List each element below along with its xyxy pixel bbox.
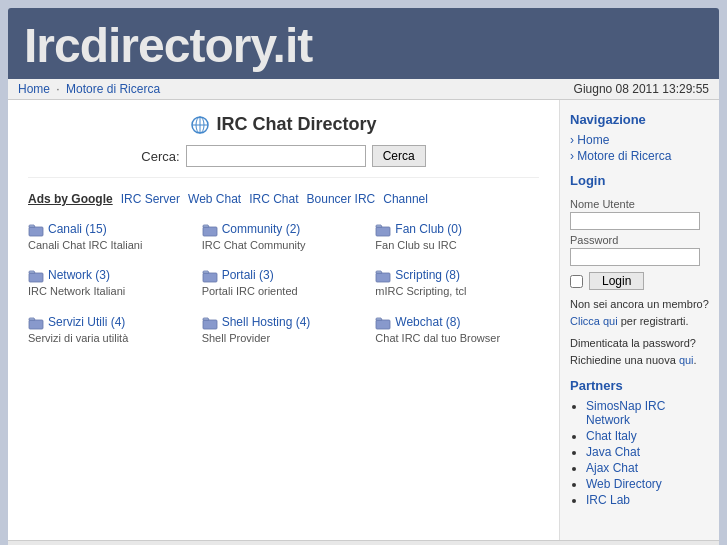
- search-label: Cerca:: [141, 149, 179, 164]
- login-section-title: Login: [570, 173, 709, 188]
- category-link[interactable]: Scripting (8): [395, 268, 460, 282]
- svg-rect-4: [29, 227, 43, 236]
- search-button[interactable]: Cerca: [372, 145, 426, 167]
- nav-bar: Home · Motore di Ricerca Giugno 08 2011 …: [8, 79, 719, 100]
- partner-item: Java Chat: [586, 445, 709, 459]
- nav-search-link[interactable]: Motore di Ricerca: [66, 82, 160, 96]
- sidebar: Navigazione Home Motore di Ricerca Login…: [559, 100, 719, 540]
- category-link[interactable]: Fan Club (0): [395, 222, 462, 236]
- folder-icon: [28, 223, 44, 235]
- svg-rect-5: [203, 227, 217, 236]
- partner-item: Chat Italy: [586, 429, 709, 443]
- partner-item: Ajax Chat: [586, 461, 709, 475]
- svg-rect-12: [376, 320, 390, 329]
- partner-link[interactable]: Ajax Chat: [586, 461, 638, 475]
- ads-link-1[interactable]: Web Chat: [188, 192, 241, 206]
- category-link[interactable]: Shell Hosting (4): [222, 315, 311, 329]
- category-link[interactable]: Servizi Utili (4): [48, 315, 125, 329]
- partners-title: Partners: [570, 378, 709, 393]
- ads-link-4[interactable]: Channel: [383, 192, 428, 206]
- folder-icon: [375, 269, 391, 281]
- category-description: Canali Chat IRC Italiani: [28, 238, 192, 252]
- nav-section-title: Navigazione: [570, 112, 709, 127]
- category-item: Network (3) IRC Network Italiani: [28, 268, 192, 298]
- sidebar-link-home[interactable]: Home: [570, 133, 709, 147]
- categories-grid: Canali (15) Canali Chat IRC Italiani Com…: [28, 222, 539, 345]
- site-title: Ircdirectory.it: [24, 18, 703, 73]
- login-section: Nome Utente Password Login: [570, 198, 709, 290]
- breadcrumb: Home · Motore di Ricerca: [18, 82, 160, 96]
- category-description: Servizi di varia utilità: [28, 331, 192, 345]
- category-link[interactable]: Canali (15): [48, 222, 107, 236]
- partner-link[interactable]: Java Chat: [586, 445, 640, 459]
- forgot-text: Dimenticata la password? Richiedine una …: [570, 335, 709, 368]
- partner-item: IRC Lab: [586, 493, 709, 507]
- search-input[interactable]: [186, 145, 366, 167]
- category-item: Servizi Utili (4) Servizi di varia utili…: [28, 315, 192, 345]
- partner-item: SimosNap IRC Network: [586, 399, 709, 427]
- category-description: Shell Provider: [202, 331, 366, 345]
- category-item: Shell Hosting (4) Shell Provider: [202, 315, 366, 345]
- folder-icon: [28, 316, 44, 328]
- folder-icon: [202, 223, 218, 235]
- nav-separator: ·: [56, 82, 59, 96]
- category-link[interactable]: Community (2): [222, 222, 301, 236]
- password-label: Password: [570, 234, 709, 246]
- category-item: Canali (15) Canali Chat IRC Italiani: [28, 222, 192, 252]
- register-text: Non sei ancora un membro? Clicca qui per…: [570, 296, 709, 329]
- category-description: Fan Club su IRC: [375, 238, 539, 252]
- sidebar-nav: Home Motore di Ricerca: [570, 133, 709, 163]
- svg-rect-6: [376, 227, 390, 236]
- partner-link[interactable]: Web Directory: [586, 477, 662, 491]
- main-content: IRC Chat Directory Cerca: Cerca Ads by G…: [8, 100, 559, 540]
- ads-label: Ads by Google: [28, 192, 113, 206]
- password-input[interactable]: [570, 248, 700, 266]
- category-item: Scripting (8) mIRC Scripting, tcl: [375, 268, 539, 298]
- ads-section: Ads by Google IRC Server Web Chat IRC Ch…: [28, 192, 539, 212]
- username-label: Nome Utente: [570, 198, 709, 210]
- folder-icon: [202, 316, 218, 328]
- category-link[interactable]: Webchat (8): [395, 315, 460, 329]
- svg-rect-11: [203, 320, 217, 329]
- category-description: mIRC Scripting, tcl: [375, 284, 539, 298]
- category-description: IRC Network Italiani: [28, 284, 192, 298]
- datetime-display: Giugno 08 2011 13:29:55: [574, 82, 709, 96]
- folder-icon: [28, 269, 44, 281]
- folder-icon: [375, 223, 391, 235]
- svg-rect-8: [203, 273, 217, 282]
- partner-item: Web Directory: [586, 477, 709, 491]
- page-title: IRC Chat Directory: [28, 114, 539, 135]
- partner-link[interactable]: IRC Lab: [586, 493, 630, 507]
- category-link[interactable]: Portali (3): [222, 268, 274, 282]
- content-area: IRC Chat Directory Cerca: Cerca Ads by G…: [8, 100, 719, 540]
- svg-rect-9: [376, 273, 390, 282]
- footer: Copyright © 2006: [8, 540, 719, 545]
- forgot-link[interactable]: qui: [679, 354, 694, 366]
- sidebar-link-search[interactable]: Motore di Ricerca: [570, 149, 709, 163]
- register-link[interactable]: Clicca qui: [570, 315, 618, 327]
- search-section: IRC Chat Directory Cerca: Cerca: [28, 114, 539, 178]
- remember-checkbox[interactable]: [570, 275, 583, 288]
- category-item: Fan Club (0) Fan Club su IRC: [375, 222, 539, 252]
- partner-link[interactable]: SimosNap IRC Network: [586, 399, 665, 427]
- category-description: Chat IRC dal tuo Browser: [375, 331, 539, 345]
- svg-rect-10: [29, 320, 43, 329]
- ads-link-3[interactable]: Bouncer IRC: [307, 192, 376, 206]
- folder-icon: [375, 316, 391, 328]
- partners-list: SimosNap IRC NetworkChat ItalyJava ChatA…: [570, 399, 709, 507]
- category-description: Portali IRC oriented: [202, 284, 366, 298]
- ads-link-0[interactable]: IRC Server: [121, 192, 180, 206]
- username-input[interactable]: [570, 212, 700, 230]
- nav-home-link[interactable]: Home: [18, 82, 50, 96]
- partner-link[interactable]: Chat Italy: [586, 429, 637, 443]
- login-button[interactable]: Login: [589, 272, 644, 290]
- category-description: IRC Chat Community: [202, 238, 366, 252]
- globe-icon: [190, 115, 210, 135]
- site-header: Ircdirectory.it: [8, 8, 719, 79]
- category-item: Portali (3) Portali IRC oriented: [202, 268, 366, 298]
- folder-icon: [202, 269, 218, 281]
- category-item: Webchat (8) Chat IRC dal tuo Browser: [375, 315, 539, 345]
- category-item: Community (2) IRC Chat Community: [202, 222, 366, 252]
- category-link[interactable]: Network (3): [48, 268, 110, 282]
- ads-link-2[interactable]: IRC Chat: [249, 192, 298, 206]
